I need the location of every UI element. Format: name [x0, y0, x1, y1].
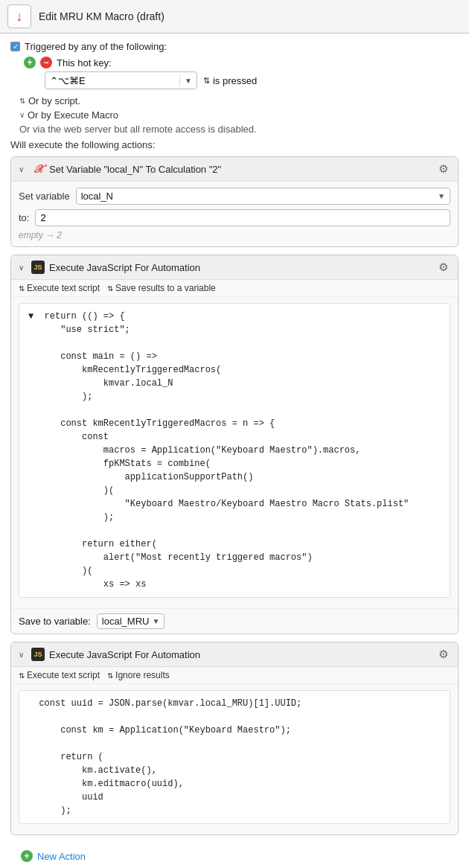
- save-to-select[interactable]: local_MRU ▼: [97, 613, 165, 629]
- js-action-header-2: ∨ JS Execute JavaScript For Automation ⚙: [11, 642, 458, 667]
- is-pressed-select[interactable]: ⇅ is pressed: [203, 75, 257, 86]
- up-down-icon: ⇅: [203, 76, 210, 86]
- js-action-block-1: ∨ JS Execute JavaScript For Automation ⚙…: [10, 255, 459, 634]
- js2-execute-label: Execute text script: [27, 670, 100, 680]
- set-var-collapse-arrow[interactable]: ∨: [19, 165, 24, 173]
- js1-save-to-row: Save to variable: local_MRU ▼: [11, 608, 458, 634]
- js1-execute-text-script[interactable]: ⇅ Execute text script: [19, 283, 100, 293]
- trigger-section: ✓ Triggered by any of the following: + −…: [10, 41, 459, 135]
- set-var-variable-row: Set variable local_N ▼: [19, 188, 450, 205]
- set-variable-action-block: ∨ 𝒳 Set Variable "local_N" To Calculatio…: [10, 156, 459, 247]
- js-action-header-1: ∨ JS Execute JavaScript For Automation ⚙: [11, 255, 458, 280]
- set-variable-action-header: ∨ 𝒳 Set Variable "local_N" To Calculatio…: [11, 157, 458, 182]
- js1-save-results[interactable]: ⇅ Save results to a variable: [107, 283, 216, 293]
- set-var-icon: 𝒳: [31, 162, 45, 176]
- js2-up-down-icon: ⇅: [19, 671, 25, 680]
- triggered-label: Triggered by any of the following:: [25, 41, 167, 52]
- js2-collapse-arrow[interactable]: ∨: [19, 651, 24, 659]
- web-server-row: Or via the web server but all remote acc…: [19, 124, 459, 135]
- title-bar: ↓ Edit MRU KM Macro (draft): [0, 0, 469, 33]
- remove-trigger-button[interactable]: −: [40, 57, 52, 68]
- variable-dropdown-icon[interactable]: ▼: [438, 192, 445, 200]
- key-combo-input[interactable]: ▼: [45, 71, 197, 89]
- js2-ignore-up-down-icon: ⇅: [107, 671, 113, 680]
- js2-gear-button[interactable]: ⚙: [436, 647, 450, 662]
- save-to-dropdown-icon[interactable]: ▼: [152, 617, 159, 625]
- key-combo-row: ▼ ⇅ is pressed: [24, 71, 459, 89]
- new-action-row[interactable]: + New Action: [10, 843, 459, 868]
- js1-up-down-icon: ⇅: [19, 284, 25, 293]
- new-action-label: New Action: [37, 851, 86, 862]
- hot-key-row: + − This hot key:: [24, 57, 459, 68]
- or-execute-chevron: ∨: [19, 111, 25, 119]
- set-var-to-row: to:: [19, 209, 450, 226]
- js1-save-label: Save results to a variable: [115, 283, 216, 293]
- js-action-block-2: ∨ JS Execute JavaScript For Automation ⚙…: [10, 642, 459, 835]
- save-to-label: Save to variable:: [19, 616, 91, 627]
- js1-title: Execute JavaScript For Automation: [49, 262, 200, 273]
- save-to-value: local_MRU: [102, 616, 150, 627]
- hot-key-label: This hot key:: [57, 57, 112, 68]
- or-by-execute-macro-label: Or by Execute Macro: [28, 109, 118, 121]
- js2-body: const uuid = JSON.parse(kmvar.local_MRU)…: [11, 684, 458, 835]
- or-by-script-label: Or by script.: [28, 95, 80, 106]
- trigger-header: ✓ Triggered by any of the following:: [10, 41, 459, 52]
- js1-sub-row: ⇅ Execute text script ⇅ Save results to …: [11, 280, 458, 297]
- title-icon: ↓: [7, 4, 31, 28]
- key-combo-field[interactable]: [45, 74, 179, 88]
- empty-hint: empty → 2: [19, 229, 450, 240]
- js1-code[interactable]: ▼ return (() => { "use strict"; const ma…: [19, 303, 450, 598]
- js1-collapse-arrow[interactable]: ∨: [19, 264, 24, 272]
- js2-code[interactable]: const uuid = JSON.parse(kmvar.local_MRU)…: [19, 690, 450, 824]
- js2-title: Execute JavaScript For Automation: [49, 649, 200, 660]
- or-by-execute-macro-row[interactable]: ∨ Or by Execute Macro: [19, 109, 459, 121]
- variable-name-input[interactable]: local_N ▼: [76, 188, 450, 205]
- title-text: Edit MRU KM Macro (draft): [39, 10, 165, 22]
- set-variable-label: Set variable: [19, 191, 70, 202]
- js2-ignore-results[interactable]: ⇅ Ignore results: [107, 670, 170, 680]
- will-execute-label: Will execute the following actions:: [10, 139, 459, 150]
- to-label: to:: [19, 212, 29, 223]
- to-value-input[interactable]: [35, 209, 450, 226]
- js2-icon: JS: [31, 648, 45, 661]
- js1-icon: JS: [31, 261, 45, 274]
- set-var-body: Set variable local_N ▼ to: empty → 2: [11, 182, 458, 246]
- js1-gear-button[interactable]: ⚙: [436, 260, 450, 275]
- js1-save-up-down-icon: ⇅: [107, 284, 113, 293]
- js2-sub-row: ⇅ Execute text script ⇅ Ignore results: [11, 667, 458, 684]
- new-action-plus-icon: +: [21, 850, 33, 862]
- set-var-gear-button[interactable]: ⚙: [436, 162, 450, 176]
- js1-execute-label: Execute text script: [27, 283, 100, 293]
- key-combo-dropdown-btn[interactable]: ▼: [179, 75, 197, 86]
- is-pressed-label: is pressed: [213, 75, 257, 86]
- set-var-title: Set Variable "local_N" To Calculation "2…: [49, 164, 221, 175]
- variable-name-value: local_N: [81, 191, 113, 202]
- or-script-chevron: ⇅: [19, 97, 25, 105]
- triggered-checkbox[interactable]: ✓: [10, 42, 20, 51]
- js-action-header-left-1: ∨ JS Execute JavaScript For Automation: [19, 261, 200, 274]
- js2-ignore-label: Ignore results: [115, 670, 170, 680]
- js-action-header-left-2: ∨ JS Execute JavaScript For Automation: [19, 648, 200, 661]
- main-content: ✓ Triggered by any of the following: + −…: [0, 33, 469, 868]
- or-by-script-row[interactable]: ⇅ Or by script.: [19, 95, 459, 106]
- js1-body: ▼ return (() => { "use strict"; const ma…: [11, 297, 458, 608]
- js2-execute-text-script[interactable]: ⇅ Execute text script: [19, 670, 100, 680]
- web-server-label: Or via the web server but all remote acc…: [19, 124, 257, 135]
- add-trigger-button[interactable]: +: [24, 57, 36, 68]
- action-header-left: ∨ 𝒳 Set Variable "local_N" To Calculatio…: [19, 162, 221, 176]
